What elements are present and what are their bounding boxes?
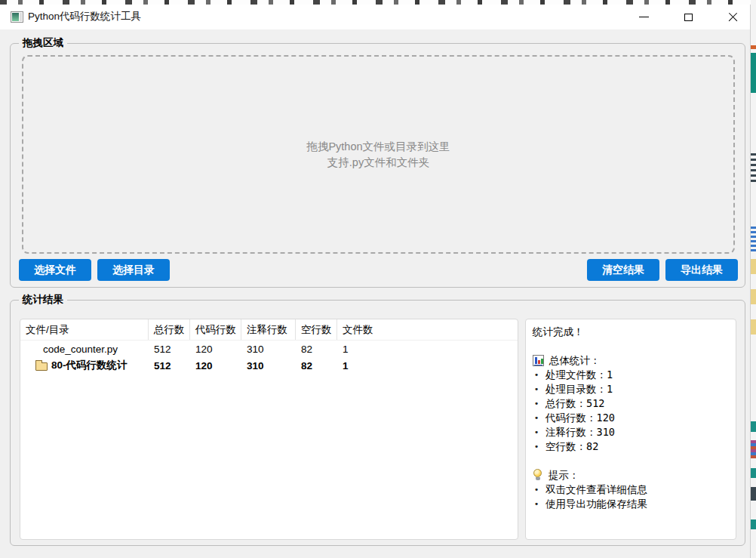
bullet-icon: • — [533, 425, 540, 439]
table-header-comment-lines[interactable]: 注释行数 — [241, 319, 296, 340]
row-total-lines: 512 — [149, 360, 190, 371]
summary-stat-line: • 注释行数：310 — [533, 425, 729, 439]
sliver-fragment — [751, 468, 756, 478]
results-table[interactable]: 文件/目录 总行数 代码行数 注释行数 空行数 文件数 code_counter… — [20, 319, 518, 540]
sliver-fragment — [751, 289, 756, 304]
bullet-icon: • — [533, 368, 540, 382]
minimize-icon — [639, 17, 649, 17]
bullet-icon: • — [533, 497, 540, 511]
bar-chart-icon — [533, 355, 544, 366]
row-comment-lines: 310 — [241, 344, 296, 355]
summary-tip-line: • 双击文件查看详细信息 — [533, 482, 729, 497]
dropzone[interactable]: 拖拽Python文件或目录到这里 支持.py文件和文件夹 — [22, 55, 735, 254]
row-total-lines: 512 — [149, 344, 190, 355]
summary-tips-heading: 提示： — [533, 468, 729, 482]
row-folder-name-wrap: 80-代码行数统计 — [20, 359, 149, 372]
summary-overall-heading: 总体统计： — [533, 353, 729, 368]
background-window-sliver — [751, 0, 756, 558]
tip-export: 使用导出功能保存结果 — [545, 497, 647, 511]
export-results-button[interactable]: 导出结果 — [665, 259, 738, 281]
spacer — [533, 339, 729, 353]
sliver-fragment — [751, 519, 756, 529]
sliver-fragment — [751, 153, 756, 183]
stat-comment-lines: 注释行数：310 — [545, 425, 615, 439]
summary-stat-line: • 处理目录数：1 — [533, 382, 729, 396]
tip-double-click: 双击文件查看详细信息 — [545, 482, 647, 497]
row-blank-lines: 82 — [296, 344, 337, 355]
summary-overall-title: 总体统计： — [549, 353, 601, 368]
results-group: 统计结果 文件/目录 总行数 代码行数 注释行数 空行数 文件数 code_co… — [10, 300, 745, 546]
sliver-fragment — [751, 259, 756, 274]
drag-area-group-title: 拖拽区域 — [19, 36, 67, 50]
close-icon — [728, 12, 738, 22]
summary-stat-line: • 空行数：82 — [533, 439, 729, 454]
app-icon — [11, 11, 23, 23]
row-comment-lines: 310 — [241, 360, 296, 371]
row-file-name: code_counter.py — [20, 344, 149, 355]
minimize-button[interactable] — [628, 7, 659, 27]
stat-code-lines: 代码行数：120 — [545, 411, 615, 425]
summary-tips-title: 提示： — [549, 468, 579, 482]
row-code-lines: 120 — [190, 344, 241, 355]
row-code-lines: 120 — [190, 360, 241, 371]
drag-area-group: 拖拽区域 拖拽Python文件或目录到这里 支持.py文件和文件夹 选择文件 选… — [10, 43, 745, 288]
close-button[interactable] — [718, 7, 748, 27]
window-title: Python代码行数统计工具 — [28, 10, 141, 23]
row-file-count: 1 — [337, 360, 383, 371]
stat-processed-dirs: 处理目录数：1 — [545, 382, 613, 396]
results-group-title: 统计结果 — [19, 293, 67, 307]
app-icon-light-block — [20, 13, 22, 21]
titlebar: Python代码行数统计工具 — [0, 5, 750, 29]
sliver-fragment — [751, 421, 756, 432]
app-icon-teal-block — [12, 13, 19, 21]
row-file-count: 1 — [337, 344, 383, 355]
table-header-file-count[interactable]: 文件数 — [337, 319, 383, 340]
bullet-icon: • — [533, 439, 540, 454]
maximize-button[interactable] — [673, 7, 703, 27]
bullet-icon: • — [533, 411, 540, 425]
summary-stat-line: • 代码行数：120 — [533, 411, 729, 425]
summary-status: 统计完成！ — [533, 325, 729, 339]
summary-tip-line: • 使用导出功能保存结果 — [533, 497, 729, 511]
app-window: Python代码行数统计工具 拖拽区域 拖拽Python文件或目录到这里 支持.… — [0, 5, 751, 558]
table-row[interactable]: code_counter.py 512 120 310 82 1 — [20, 341, 518, 357]
dropzone-hint-line1: 拖拽Python文件或目录到这里 — [306, 139, 450, 155]
clear-results-button[interactable]: 清空结果 — [587, 259, 659, 281]
lightbulb-icon — [533, 469, 543, 482]
select-file-button[interactable]: 选择文件 — [19, 259, 91, 281]
bullet-icon: • — [533, 382, 540, 396]
table-header-filler — [383, 319, 518, 340]
stat-blank-lines: 空行数：82 — [545, 439, 598, 454]
folder-icon — [35, 362, 48, 371]
table-header-code-lines[interactable]: 代码行数 — [190, 319, 241, 340]
dropzone-hint-line2: 支持.py文件和文件夹 — [327, 155, 429, 171]
maximize-icon — [684, 14, 693, 21]
sliver-fragment — [751, 440, 756, 458]
table-header-total-lines[interactable]: 总行数 — [149, 319, 190, 340]
sliver-fragment — [751, 45, 756, 49]
stat-processed-files: 处理文件数：1 — [545, 368, 613, 382]
summary-panel[interactable]: 统计完成！ 总体统计： • 处理文件数：1 • 处理目录数：1 • 总行数：51… — [525, 319, 736, 540]
spacer — [533, 454, 729, 468]
table-header-file[interactable]: 文件/目录 — [20, 319, 149, 340]
table-header-blank-lines[interactable]: 空行数 — [296, 319, 337, 340]
sliver-fragment — [751, 319, 756, 334]
bullet-icon: • — [533, 482, 540, 497]
stat-total-lines: 总行数：512 — [545, 396, 604, 411]
table-header-row: 文件/目录 总行数 代码行数 注释行数 空行数 文件数 — [20, 319, 518, 341]
sliver-fragment — [751, 227, 756, 251]
row-folder-name: 80-代码行数统计 — [51, 359, 128, 372]
sliver-fragment — [751, 53, 756, 93]
sliver-fragment — [751, 487, 756, 501]
summary-stat-line: • 处理文件数：1 — [533, 368, 729, 382]
table-row[interactable]: 80-代码行数统计 512 120 310 82 1 — [20, 357, 518, 374]
row-blank-lines: 82 — [296, 360, 337, 371]
bullet-icon: • — [533, 396, 540, 411]
summary-stat-line: • 总行数：512 — [533, 396, 729, 411]
select-directory-button[interactable]: 选择目录 — [97, 259, 170, 281]
